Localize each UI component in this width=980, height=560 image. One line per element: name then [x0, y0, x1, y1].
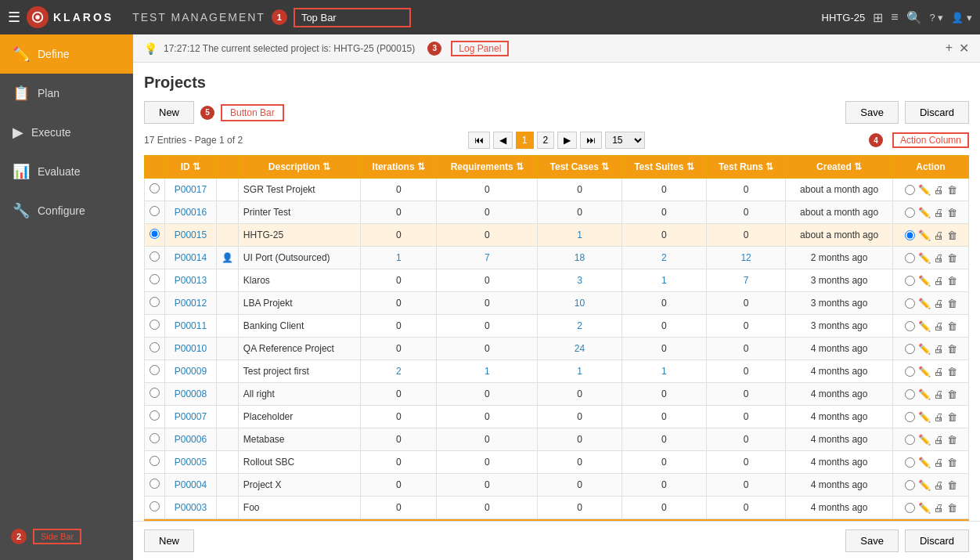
print-icon[interactable]: 🖨 [934, 207, 944, 219]
print-icon[interactable]: 🖨 [934, 252, 944, 264]
col-id[interactable]: ID ⇅ [165, 156, 217, 179]
action-radio[interactable] [905, 502, 915, 514]
edit-icon[interactable]: ✏️ [918, 207, 931, 219]
pagination-last-button[interactable]: ⏭ [580, 132, 602, 149]
topbar-title-input[interactable] [294, 8, 411, 27]
help-button[interactable]: ? ▾ [930, 12, 944, 23]
table-cell-id[interactable]: P00016 [165, 201, 217, 224]
table-cell-id[interactable]: P00010 [165, 338, 217, 360]
pagination-per-page-select[interactable]: 15 25 50 100 [605, 132, 645, 149]
col-testruns[interactable]: Test Runs ⇅ [707, 156, 786, 179]
delete-icon[interactable]: 🗑 [947, 207, 957, 219]
print-icon[interactable]: 🖨 [934, 411, 944, 423]
table-cell-radio[interactable] [145, 315, 165, 338]
pagination-first-button[interactable]: ⏮ [468, 132, 490, 149]
table-cell-id[interactable]: P00014 [165, 247, 217, 269]
sidebar-item-define[interactable]: ✏️ Define [0, 34, 133, 74]
col-testcases[interactable]: Test Cases ⇅ [538, 156, 622, 179]
edit-icon[interactable]: ✏️ [918, 229, 931, 241]
print-icon[interactable]: 🖨 [934, 343, 944, 355]
delete-icon[interactable]: 🗑 [947, 457, 957, 468]
discard-button[interactable]: Discard [905, 101, 969, 124]
menu-icon[interactable]: ☰ [8, 9, 20, 26]
pagination-page2-button[interactable]: 2 [537, 132, 555, 149]
table-cell-id[interactable]: P00015 [165, 224, 217, 247]
action-radio[interactable] [905, 388, 915, 400]
save-button[interactable]: Save [845, 101, 899, 124]
table-cell-radio[interactable] [145, 247, 165, 269]
edit-icon[interactable]: ✏️ [918, 275, 931, 287]
col-testsuites[interactable]: Test Suites ⇅ [622, 156, 706, 179]
print-icon[interactable]: 🖨 [934, 275, 944, 287]
table-cell-radio[interactable] [145, 338, 165, 360]
edit-icon[interactable]: ✏️ [918, 411, 931, 423]
log-panel-add-button[interactable]: + [946, 41, 953, 56]
action-radio[interactable] [905, 275, 915, 287]
table-cell-radio[interactable] [145, 269, 165, 292]
print-icon[interactable]: 🖨 [934, 320, 944, 332]
table-cell-radio[interactable] [145, 179, 165, 201]
print-icon[interactable]: 🖨 [934, 479, 944, 491]
action-radio[interactable] [905, 207, 915, 219]
delete-icon[interactable]: 🗑 [947, 298, 957, 309]
edit-icon[interactable]: ✏️ [918, 252, 931, 264]
print-icon[interactable]: 🖨 [934, 502, 944, 514]
action-radio[interactable] [905, 366, 915, 378]
delete-icon[interactable]: 🗑 [947, 479, 957, 491]
action-radio[interactable] [905, 298, 915, 309]
table-cell-id[interactable]: P00013 [165, 269, 217, 292]
edit-icon[interactable]: ✏️ [918, 502, 931, 514]
table-cell-radio[interactable] [145, 451, 165, 474]
print-icon[interactable]: 🖨 [934, 388, 944, 400]
log-panel-close-button[interactable]: ✕ [959, 41, 969, 56]
action-radio[interactable] [905, 479, 915, 491]
table-cell-id[interactable]: P00009 [165, 360, 217, 383]
user-button[interactable]: 👤 ▾ [951, 12, 972, 23]
action-radio[interactable] [905, 229, 915, 241]
table-cell-radio[interactable] [145, 292, 165, 315]
delete-icon[interactable]: 🗑 [947, 343, 957, 355]
edit-icon[interactable]: ✏️ [918, 457, 931, 468]
delete-icon[interactable]: 🗑 [947, 229, 957, 241]
table-cell-id[interactable]: P00005 [165, 451, 217, 474]
action-radio[interactable] [905, 457, 915, 468]
action-radio[interactable] [905, 343, 915, 355]
print-icon[interactable]: 🖨 [934, 184, 944, 196]
col-iterations[interactable]: Iterations ⇅ [361, 156, 437, 179]
search-icon[interactable]: 🔍 [906, 10, 922, 25]
edit-icon[interactable]: ✏️ [918, 366, 931, 378]
edit-icon[interactable]: ✏️ [918, 434, 931, 446]
print-icon[interactable]: 🖨 [934, 457, 944, 468]
print-icon[interactable]: 🖨 [934, 298, 944, 309]
topbar-list-icon[interactable]: ≡ [891, 10, 898, 24]
sidebar-item-evaluate[interactable]: 📊 Evaluate [0, 152, 133, 191]
print-icon[interactable]: 🖨 [934, 434, 944, 446]
print-icon[interactable]: 🖨 [934, 366, 944, 378]
print-icon[interactable]: 🖨 [934, 229, 944, 241]
table-cell-id[interactable]: P00012 [165, 292, 217, 315]
table-cell-radio[interactable] [145, 224, 165, 247]
table-cell-id[interactable]: P00007 [165, 406, 217, 428]
col-requirements[interactable]: Requirements ⇅ [437, 156, 538, 179]
table-cell-radio[interactable] [145, 383, 165, 406]
delete-icon[interactable]: 🗑 [947, 275, 957, 287]
action-radio[interactable] [905, 411, 915, 423]
action-radio[interactable] [905, 320, 915, 332]
bottom-save-button[interactable]: Save [845, 529, 899, 552]
delete-icon[interactable]: 🗑 [947, 411, 957, 423]
edit-icon[interactable]: ✏️ [918, 343, 931, 355]
table-cell-radio[interactable] [145, 428, 165, 451]
delete-icon[interactable]: 🗑 [947, 434, 957, 446]
table-cell-id[interactable]: P00011 [165, 315, 217, 338]
delete-icon[interactable]: 🗑 [947, 184, 957, 196]
action-radio[interactable] [905, 434, 915, 446]
edit-icon[interactable]: ✏️ [918, 388, 931, 400]
action-radio[interactable] [905, 252, 915, 264]
col-created[interactable]: Created ⇅ [786, 156, 893, 179]
table-cell-radio[interactable] [145, 406, 165, 428]
delete-icon[interactable]: 🗑 [947, 320, 957, 332]
edit-icon[interactable]: ✏️ [918, 479, 931, 491]
action-radio[interactable] [905, 184, 915, 196]
delete-icon[interactable]: 🗑 [947, 252, 957, 264]
col-description[interactable]: Description ⇅ [238, 156, 360, 179]
